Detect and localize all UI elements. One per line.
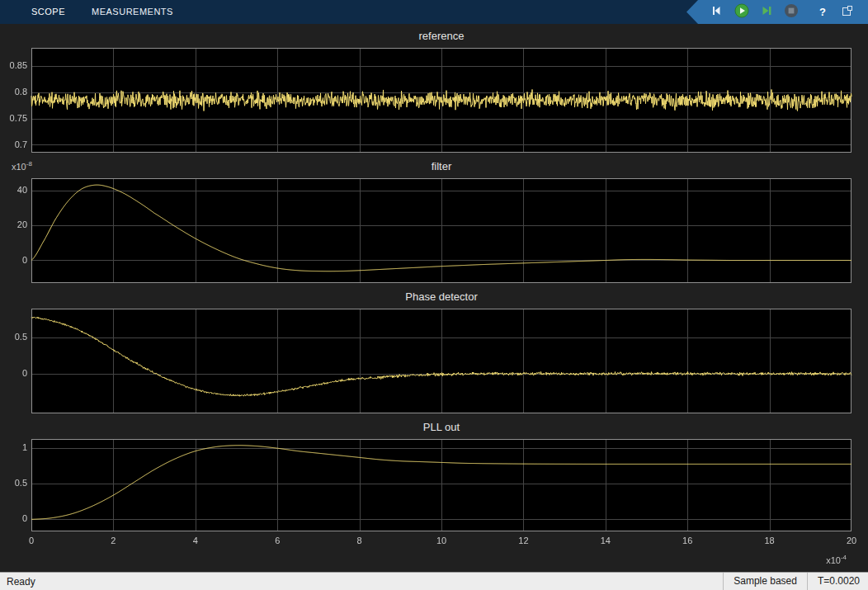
pll-out-plot-canvas[interactable]: [0, 436, 868, 572]
tab-measurements[interactable]: MEASUREMENTS: [78, 0, 186, 24]
filter-plot-canvas[interactable]: [0, 175, 868, 288]
filter-y-scale-label: x10-8: [12, 160, 32, 172]
stop-button[interactable]: [781, 2, 802, 22]
toolstrip: SCOPE MEASUREMENTS: [0, 0, 868, 24]
step-forward-icon: [760, 4, 773, 20]
status-sample-mode: Sample based: [723, 573, 807, 590]
scope-window: SCOPE MEASUREMENTS: [0, 0, 868, 590]
step-back-icon: [710, 4, 724, 20]
popout-icon: [841, 4, 854, 20]
toolstrip-spacer: [186, 0, 686, 24]
help-icon: ?: [819, 6, 826, 18]
plot-area: reference filter x10-8 Phase detector PL…: [0, 24, 868, 572]
step-back-button[interactable]: [706, 2, 728, 22]
chart-title-pll-out: PLL out: [31, 418, 851, 436]
chart-title-reference: reference: [31, 27, 851, 45]
run-button[interactable]: [731, 2, 752, 22]
chart-block-filter: filter x10-8: [0, 158, 868, 288]
reference-plot-canvas[interactable]: [0, 45, 868, 158]
status-sim-time: T=0.0020: [807, 573, 868, 590]
chart-block-reference: reference: [0, 27, 868, 158]
chart-block-phase-detector: Phase detector: [0, 288, 868, 418]
x-axis-scale-label: x10-4: [826, 554, 847, 565]
stop-icon: [784, 3, 799, 21]
phase-detector-plot-canvas[interactable]: [0, 305, 868, 418]
popout-button[interactable]: [837, 2, 858, 22]
status-ready: Ready: [0, 576, 723, 588]
run-icon: [734, 3, 749, 21]
step-forward-button[interactable]: [756, 2, 777, 22]
tab-scope[interactable]: SCOPE: [18, 0, 78, 24]
help-button[interactable]: ?: [812, 2, 833, 22]
chart-block-pll-out: PLL out x10-4: [0, 418, 868, 572]
toolstrip-tabs: SCOPE MEASUREMENTS: [0, 0, 186, 24]
chart-title-filter: filter: [31, 158, 851, 175]
status-bar: Ready Sample based T=0.0020: [0, 572, 868, 590]
simulation-controls-banner: ?: [686, 0, 868, 24]
chart-title-phase-detector: Phase detector: [31, 288, 851, 305]
